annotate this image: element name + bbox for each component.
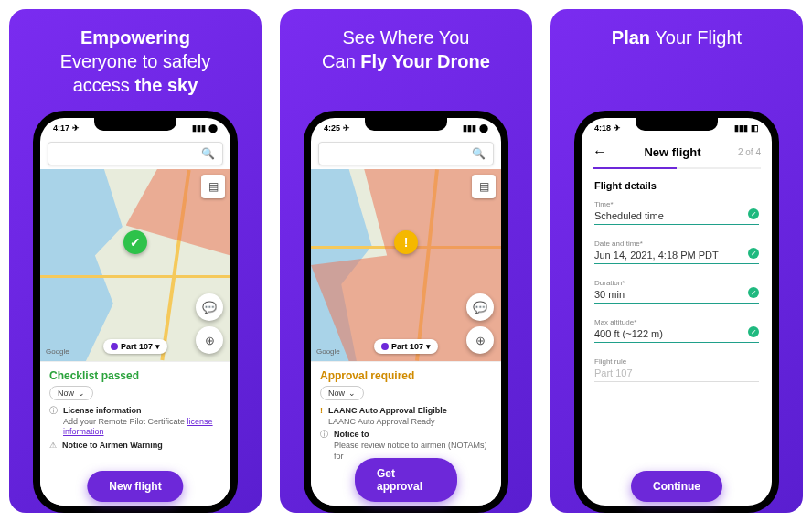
phone-mock-2: 4:25 ✈ ▮▮▮ ⬤ 🔍 ▤ ! 💬 ⊕ Google Part 107 ▾ [304, 111, 508, 513]
map-pin-warning[interactable]: ! [394, 230, 418, 254]
license-info: ⓘ License information Add your Remote Pi… [49, 406, 221, 438]
search-icon: 🔍 [201, 147, 215, 160]
time-filter[interactable]: Now ⌄ [320, 386, 364, 400]
status-icons: ▮▮▮ ⬤ [192, 123, 218, 133]
datetime-field[interactable]: Date and time* Jun 14, 2021, 4:18 PM PDT… [594, 240, 759, 264]
warning-icon: ⚠ [49, 441, 57, 452]
rule-chip[interactable]: Part 107 ▾ [103, 339, 167, 354]
locate-button[interactable]: ⊕ [196, 326, 223, 354]
promo-panel-2: See Where You Can Fly Your Drone 4:25 ✈ … [280, 9, 532, 513]
phone-mock-3: 4:18 ✈ ▮▮▮ ◧ ← New flight 2 of 4 Flight … [574, 111, 779, 513]
report-button[interactable]: 💬 [196, 293, 223, 321]
map-view[interactable]: ▤ ! 💬 ⊕ Google Part 107 ▾ [311, 169, 501, 361]
flight-form: Flight details Time* Scheduled time ✓ Da… [582, 180, 772, 397]
progress-bar [593, 167, 761, 169]
layers-button[interactable]: ▤ [472, 175, 496, 198]
check-icon: ✓ [748, 326, 759, 337]
rule-chip[interactable]: Part 107 ▾ [374, 339, 438, 354]
page-title: New flight [644, 145, 700, 159]
section-title: Flight details [594, 180, 759, 191]
checklist-status: Checklist passed [49, 369, 221, 382]
altitude-field[interactable]: Max altitude* 400 ft (~122 m) ✓ [594, 318, 759, 343]
laanc-info: ! LAANC Auto Approval Eligible LAANC Aut… [320, 406, 492, 427]
approval-status: Approval required [320, 369, 492, 382]
google-attribution: Google [46, 347, 69, 356]
promo-panel-1: Empowering Everyone to safely access the… [9, 9, 262, 513]
locate-button[interactable]: ⊕ [466, 326, 494, 354]
step-indicator: 2 of 4 [738, 147, 761, 157]
continue-button[interactable]: Continue [631, 471, 722, 502]
headline-2: See Where You Can Fly Your Drone [305, 9, 507, 82]
alert-icon: ! [320, 406, 323, 417]
search-bar[interactable]: 🔍 [48, 142, 223, 165]
map-view[interactable]: ▤ ✓ 💬 ⊕ Google Part 107 ▾ [40, 169, 230, 361]
status-icons: ▮▮▮ ⬤ [463, 123, 488, 133]
layers-button[interactable]: ▤ [201, 175, 225, 198]
check-icon: ✓ [748, 208, 759, 219]
headline-3: Plan Your Flight [595, 9, 758, 59]
clock: 4:17 ✈ [53, 123, 80, 133]
time-field[interactable]: Time* Scheduled time ✓ [594, 200, 759, 225]
new-flight-button[interactable]: New flight [87, 471, 183, 502]
time-filter[interactable]: Now ⌄ [49, 386, 93, 400]
flight-rule-field[interactable]: Flight rule Part 107 [594, 357, 759, 382]
headline-1: Empowering Everyone to safely access the… [44, 9, 228, 106]
check-icon: ✓ [748, 287, 759, 298]
back-button[interactable]: ← [593, 144, 607, 160]
map-pin-ok[interactable]: ✓ [123, 230, 147, 254]
promo-panel-3: Plan Your Flight 4:18 ✈ ▮▮▮ ◧ ← New flig… [550, 9, 803, 513]
search-bar[interactable]: 🔍 [318, 142, 494, 165]
google-attribution: Google [316, 347, 340, 356]
form-header: ← New flight 2 of 4 [582, 138, 772, 167]
get-approval-button[interactable]: Get approval [355, 458, 457, 502]
phone-mock-1: 4:17 ✈ ▮▮▮ ⬤ 🔍 ▤ ✓ 💬 ⊕ Google Part 107 ▾ [33, 111, 238, 513]
report-button[interactable]: 💬 [466, 293, 494, 321]
clock: 4:18 ✈ [594, 123, 621, 133]
status-icons: ▮▮▮ ◧ [734, 123, 759, 133]
check-icon: ✓ [748, 248, 759, 259]
duration-field[interactable]: Duration* 30 min ✓ [594, 279, 759, 304]
info-icon: ⓘ [49, 406, 58, 417]
notam-warning: ⚠ Notice to Airmen Warning [49, 441, 221, 452]
clock: 4:25 ✈ [324, 123, 350, 133]
search-icon: 🔍 [472, 147, 486, 160]
info-icon: ⓘ [320, 430, 328, 441]
